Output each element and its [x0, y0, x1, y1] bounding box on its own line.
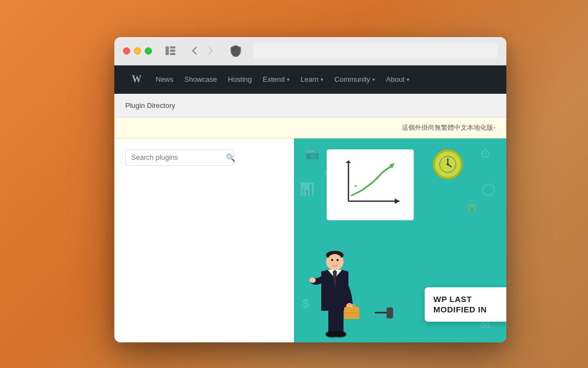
svg-rect-3 — [170, 53, 175, 55]
deco-bar-chart-icon: 📊 — [299, 182, 314, 196]
sidebar-toggle-button[interactable] — [163, 45, 178, 57]
maximize-button[interactable] — [145, 47, 152, 55]
browser-window: W News Showcase Hosting Extend ▾ Learn ▾… — [114, 37, 506, 342]
notice-banner: 這個外掛尚無繁體中文本地化版- — [114, 118, 506, 138]
svg-text:✦: ✦ — [354, 184, 358, 189]
deco-camera-icon: 📷 — [305, 147, 320, 161]
deco-lock-icon: 🔒 — [464, 198, 479, 213]
plug-icon — [387, 307, 393, 318]
chart-board: ✦ ✦ — [327, 149, 414, 220]
svg-point-14 — [447, 163, 449, 165]
search-box: 🔍 — [125, 149, 234, 166]
close-button[interactable] — [123, 47, 130, 55]
svg-point-18 — [331, 259, 333, 261]
nav-news[interactable]: News — [150, 65, 179, 94]
svg-rect-2 — [170, 50, 175, 52]
sub-nav: Plugin Directory — [114, 94, 506, 118]
svg-rect-27 — [328, 310, 336, 334]
nav-learn[interactable]: Learn ▾ — [295, 65, 329, 94]
svg-point-30 — [333, 331, 346, 337]
svg-rect-1 — [170, 46, 175, 49]
about-chevron-icon: ▾ — [407, 77, 409, 82]
svg-marker-6 — [395, 198, 400, 204]
clock-face — [438, 155, 457, 174]
search-icon[interactable]: 🔍 — [226, 153, 235, 162]
businessman-figure — [305, 234, 365, 342]
nav-controls — [187, 43, 218, 58]
extend-chevron-icon: ▾ — [287, 77, 290, 82]
plugin-title-line1: WP LAST — [433, 294, 498, 305]
svg-text:✦: ✦ — [376, 176, 379, 180]
search-input[interactable] — [131, 153, 223, 161]
notice-text: 這個外掛尚無繁體中文本地化版- — [402, 123, 495, 132]
learn-chevron-icon: ▾ — [321, 77, 323, 82]
plugin-banner-content: 📷 ⚙ 🎬 ⊙ 📊 ◯ $ ✉ ⚡ ⊛ 🔒 — [294, 138, 506, 342]
left-panel: 🔍 — [114, 138, 294, 342]
nav-extend[interactable]: Extend ▾ — [258, 65, 295, 94]
address-bar[interactable] — [253, 43, 498, 59]
traffic-lights — [123, 47, 152, 55]
deco-circle-icon: ◯ — [482, 182, 495, 196]
nav-items: News Showcase Hosting Extend ▾ Learn ▾ C… — [150, 65, 415, 94]
shield-icon — [229, 44, 242, 57]
svg-rect-0 — [166, 46, 169, 55]
forward-button[interactable] — [203, 43, 218, 58]
wp-nav: W News Showcase Hosting Extend ▾ Learn ▾… — [114, 65, 506, 94]
main-content: 🔍 📷 ⚙ 🎬 ⊙ 📊 ◯ $ ✉ ⚡ ⊛ 🔒 — [114, 138, 506, 342]
deco-target-icon: ⊙ — [480, 147, 490, 161]
nav-showcase[interactable]: Showcase — [179, 65, 223, 94]
nav-hosting[interactable]: Hosting — [223, 65, 258, 94]
plugin-title-box: WP LAST MODIFIED IN — [425, 287, 506, 322]
plugin-banner: 📷 ⚙ 🎬 ⊙ 📊 ◯ $ ✉ ⚡ ⊛ 🔒 — [294, 138, 506, 342]
chart-svg: ✦ ✦ — [340, 160, 400, 209]
plugin-directory-link[interactable]: Plugin Directory — [125, 101, 175, 110]
svg-rect-28 — [336, 310, 344, 334]
svg-marker-7 — [346, 160, 351, 163]
wp-logo[interactable]: W — [125, 71, 142, 88]
nav-about[interactable]: About ▾ — [381, 65, 415, 94]
plugin-title-line2: MODIFIED IN — [433, 304, 498, 315]
svg-point-17 — [327, 254, 342, 269]
svg-point-22 — [309, 277, 316, 283]
minimize-button[interactable] — [134, 47, 141, 55]
svg-point-19 — [336, 259, 339, 261]
clock — [433, 149, 463, 179]
back-button[interactable] — [187, 43, 202, 58]
nav-community[interactable]: Community ▾ — [329, 65, 381, 94]
community-chevron-icon: ▾ — [372, 77, 375, 82]
title-bar — [114, 37, 506, 65]
